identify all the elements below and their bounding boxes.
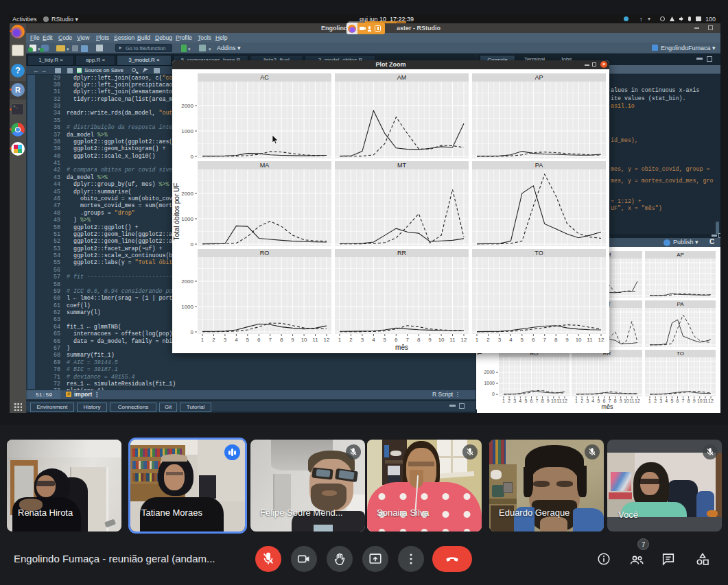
svg-text:6: 6 bbox=[530, 398, 533, 403]
svg-text:3: 3 bbox=[361, 337, 364, 343]
svg-text:7: 7 bbox=[406, 337, 409, 343]
svg-text:1000: 1000 bbox=[181, 216, 193, 222]
svg-text:8: 8 bbox=[554, 337, 558, 343]
svg-text:12: 12 bbox=[598, 337, 604, 343]
svg-text:2: 2 bbox=[654, 398, 657, 403]
svg-text:11: 11 bbox=[556, 398, 561, 403]
svg-text:9: 9 bbox=[547, 398, 550, 403]
svg-text:10: 10 bbox=[301, 337, 307, 343]
svg-text:MT: MT bbox=[397, 162, 406, 169]
svg-text:MA: MA bbox=[260, 162, 270, 169]
svg-text:7: 7 bbox=[268, 337, 272, 343]
svg-text:0: 0 bbox=[191, 329, 194, 335]
svg-text:2000: 2000 bbox=[181, 103, 193, 109]
svg-text:2000: 2000 bbox=[181, 278, 193, 285]
svg-text:6: 6 bbox=[257, 337, 261, 343]
svg-text:12: 12 bbox=[708, 398, 714, 403]
svg-text:1: 1 bbox=[575, 398, 578, 403]
svg-text:8: 8 bbox=[417, 337, 421, 343]
svg-text:2000: 2000 bbox=[181, 191, 193, 197]
svg-text:Total óbitos por UF: Total óbitos por UF bbox=[173, 183, 180, 241]
svg-text:11: 11 bbox=[587, 337, 593, 343]
svg-text:PA: PA bbox=[677, 301, 684, 307]
svg-text:4: 4 bbox=[591, 398, 594, 403]
svg-text:6: 6 bbox=[395, 337, 398, 343]
svg-text:10: 10 bbox=[576, 337, 582, 343]
svg-text:4: 4 bbox=[372, 337, 375, 343]
svg-text:1000: 1000 bbox=[181, 128, 193, 134]
svg-text:0: 0 bbox=[492, 392, 495, 396]
svg-text:TO: TO bbox=[677, 350, 684, 357]
svg-text:4: 4 bbox=[665, 398, 668, 403]
svg-text:10: 10 bbox=[697, 398, 703, 403]
svg-text:6: 6 bbox=[677, 398, 679, 403]
svg-text:10: 10 bbox=[624, 398, 629, 403]
svg-text:4: 4 bbox=[235, 337, 238, 343]
svg-text:4: 4 bbox=[509, 337, 513, 343]
svg-text:11: 11 bbox=[312, 337, 318, 343]
svg-text:1000: 1000 bbox=[181, 304, 193, 310]
svg-text:2: 2 bbox=[508, 398, 510, 403]
svg-text:11: 11 bbox=[449, 337, 456, 343]
svg-text:1: 1 bbox=[338, 337, 342, 343]
svg-text:6: 6 bbox=[603, 398, 606, 403]
svg-text:5: 5 bbox=[384, 337, 387, 343]
svg-text:3: 3 bbox=[498, 337, 502, 343]
svg-text:RR: RR bbox=[397, 250, 406, 256]
svg-text:3: 3 bbox=[586, 398, 589, 403]
svg-text:1000: 1000 bbox=[484, 381, 495, 385]
svg-text:8: 8 bbox=[541, 398, 544, 403]
svg-text:AC: AC bbox=[260, 74, 269, 81]
svg-text:5: 5 bbox=[597, 398, 600, 403]
svg-text:AP: AP bbox=[677, 252, 684, 258]
svg-text:0: 0 bbox=[191, 154, 194, 160]
svg-text:mês: mês bbox=[601, 403, 613, 409]
svg-text:RO: RO bbox=[260, 250, 270, 256]
svg-text:10: 10 bbox=[551, 398, 556, 403]
svg-text:0: 0 bbox=[191, 241, 194, 248]
svg-text:3: 3 bbox=[659, 398, 662, 403]
svg-text:AP: AP bbox=[535, 74, 543, 81]
svg-text:7: 7 bbox=[536, 398, 539, 403]
svg-text:12: 12 bbox=[635, 398, 640, 403]
svg-text:2000: 2000 bbox=[484, 370, 495, 374]
svg-text:8: 8 bbox=[280, 337, 283, 343]
svg-text:9: 9 bbox=[428, 337, 432, 343]
svg-text:10: 10 bbox=[438, 337, 445, 343]
svg-text:8: 8 bbox=[614, 398, 617, 403]
svg-text:PA: PA bbox=[535, 162, 543, 169]
svg-text:6: 6 bbox=[532, 337, 535, 343]
svg-text:2: 2 bbox=[580, 398, 583, 403]
svg-text:7: 7 bbox=[609, 398, 611, 403]
svg-text:AM: AM bbox=[397, 74, 407, 81]
svg-text:1: 1 bbox=[502, 398, 505, 403]
svg-text:12: 12 bbox=[461, 337, 467, 343]
svg-text:5: 5 bbox=[670, 398, 673, 403]
svg-text:11: 11 bbox=[703, 398, 707, 403]
svg-text:5: 5 bbox=[246, 337, 250, 343]
svg-text:9: 9 bbox=[693, 398, 696, 403]
svg-text:TO: TO bbox=[535, 250, 543, 256]
svg-text:7: 7 bbox=[682, 398, 685, 403]
svg-text:9: 9 bbox=[565, 337, 569, 343]
svg-text:9: 9 bbox=[291, 337, 294, 343]
svg-text:1: 1 bbox=[201, 337, 204, 343]
svg-text:mês: mês bbox=[395, 344, 408, 351]
svg-text:5: 5 bbox=[521, 337, 524, 343]
svg-text:1: 1 bbox=[475, 337, 479, 343]
svg-text:2: 2 bbox=[349, 337, 353, 343]
svg-text:5: 5 bbox=[524, 398, 527, 403]
svg-text:1: 1 bbox=[648, 398, 651, 403]
svg-text:4: 4 bbox=[519, 398, 521, 403]
svg-text:12: 12 bbox=[562, 398, 567, 403]
svg-text:11: 11 bbox=[629, 398, 634, 403]
svg-text:3: 3 bbox=[224, 337, 227, 343]
svg-text:7: 7 bbox=[543, 337, 546, 343]
svg-text:12: 12 bbox=[324, 337, 330, 343]
svg-text:9: 9 bbox=[620, 398, 622, 403]
svg-text:2: 2 bbox=[486, 337, 490, 343]
svg-text:8: 8 bbox=[688, 398, 690, 403]
svg-text:2: 2 bbox=[212, 337, 215, 343]
svg-text:3: 3 bbox=[513, 398, 516, 403]
